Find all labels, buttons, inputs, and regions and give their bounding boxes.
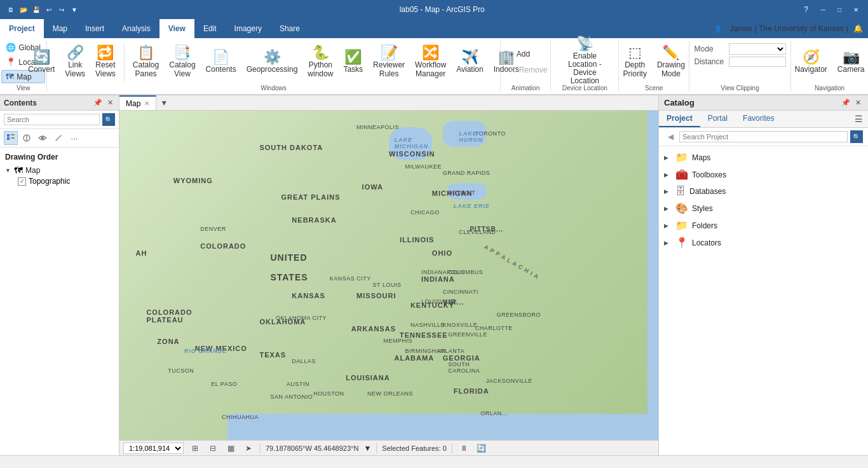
topographic-tree-item[interactable]: Topographic xyxy=(0,177,119,186)
catalog-item-locators[interactable]: ▶ 📍 Locators xyxy=(659,234,868,251)
ribbon: Project Map Insert Analysis View Edit Im… xyxy=(0,19,868,95)
tab-view[interactable]: View xyxy=(159,19,194,38)
svg-rect-3 xyxy=(11,137,15,139)
link-views-btn[interactable]: 🔗 LinkViews xyxy=(61,42,89,83)
catalog-search-input[interactable] xyxy=(679,131,848,142)
pin-btn[interactable]: 📌 xyxy=(92,98,104,107)
geoprocessing-icon: ⚙️ xyxy=(264,50,281,64)
tasks-btn[interactable]: ✅ Tasks xyxy=(339,42,367,83)
map-container[interactable]: SOUTH DAKOTA WYOMING GREAT PLAINS NEBRAS… xyxy=(119,111,658,440)
distance-input[interactable] xyxy=(729,57,786,67)
depth-priority-btn[interactable]: ⬚ DepthPriority xyxy=(620,42,651,83)
catalog-panes-btn[interactable]: 📋 CatalogPanes xyxy=(129,42,163,83)
arrow-btn[interactable]: ➤ xyxy=(242,442,255,455)
link-buttons: 🔄 Convert 🔗 LinkViews 🔁 ResetViews 📋 xyxy=(24,41,523,83)
navigator-btn[interactable]: 🧭 Navigator xyxy=(790,42,831,83)
map-terrain xyxy=(119,111,658,440)
spatial-ref-btn[interactable]: ⊞ xyxy=(189,442,201,455)
notification-btn[interactable]: 🔔 xyxy=(853,24,863,33)
close-contents-btn[interactable]: ✕ xyxy=(105,98,115,107)
aviation-btn[interactable]: ✈️ Aviation xyxy=(452,42,487,83)
camera-btn[interactable]: 📷 Camera xyxy=(834,42,868,83)
map-tree-label: Map xyxy=(25,166,40,175)
close-catalog-btn[interactable]: ✕ xyxy=(853,98,863,107)
minimize-btn[interactable]: ─ xyxy=(816,3,830,17)
catalog-tab-project[interactable]: Project xyxy=(659,111,700,127)
tab-edit[interactable]: Edit xyxy=(194,19,226,38)
convert-btn[interactable]: 🔄 Convert xyxy=(24,42,58,83)
topographic-checkbox[interactable] xyxy=(18,177,26,186)
tab-map[interactable]: Map xyxy=(44,19,76,38)
catalog-panes-icon: 📋 xyxy=(137,46,154,60)
map-tab[interactable]: Map ✕ xyxy=(119,95,156,110)
grid-btn[interactable]: ⊟ xyxy=(207,442,219,455)
catalog-menu-btn[interactable]: ☰ xyxy=(850,111,868,127)
catalog-back-btn[interactable]: ◀ xyxy=(664,130,677,143)
refresh-btn[interactable]: 🔄 xyxy=(475,442,488,455)
pause-btn[interactable]: ⏸ xyxy=(458,442,470,455)
link-group: 🔄 Convert 🔗 LinkViews 🔁 ResetViews 📋 xyxy=(47,41,500,92)
contents-btn[interactable]: 📄 Contents xyxy=(202,42,240,83)
geoprocessing-btn[interactable]: ⚙️ Geoprocessing xyxy=(243,42,302,83)
close-map-tab[interactable]: ✕ xyxy=(144,100,149,107)
search-button[interactable]: 🔍 xyxy=(102,113,115,126)
catalog-pin-btn[interactable]: 📌 xyxy=(839,98,852,107)
redo-btn[interactable]: ↪ xyxy=(56,4,67,15)
catalog-item-databases[interactable]: ▶ 🗄 Databases xyxy=(659,183,868,200)
scale-select[interactable]: 1:19,081,914 xyxy=(123,443,184,454)
list-drawing-order-btn[interactable] xyxy=(4,131,18,145)
enable-location-label: Enable Location -Device Location xyxy=(559,52,611,86)
catalog-header-buttons: 📌 ✕ xyxy=(839,98,863,107)
list-editing-btn[interactable] xyxy=(51,131,65,145)
python-window-btn[interactable]: 🐍 Pythonwindow xyxy=(304,42,337,83)
undo-btn[interactable]: ↩ xyxy=(43,4,55,15)
catalog-tab-favorites[interactable]: Favorites xyxy=(735,111,782,127)
catalog-item-folders[interactable]: ▶ 📁 Folders xyxy=(659,217,868,234)
reviewer-rules-btn[interactable]: 📝 ReviewerRules xyxy=(369,42,409,83)
enable-location-btn[interactable]: 📡 Enable Location -Device Location xyxy=(555,41,614,81)
add-icon: + xyxy=(509,49,514,59)
location-icon: 📡 xyxy=(576,37,593,51)
catalog-search-button[interactable]: 🔍 xyxy=(850,130,863,143)
maximize-btn[interactable]: □ xyxy=(832,3,846,17)
more-options-btn[interactable]: ··· xyxy=(67,131,81,145)
svg-rect-2 xyxy=(11,134,15,135)
remove-btn[interactable]: ✕ Remove xyxy=(505,63,547,77)
mode-select[interactable] xyxy=(729,43,786,55)
map-tree-item[interactable]: ▼ 🗺 Map xyxy=(0,164,119,177)
reset-views-btn[interactable]: 🔁 ResetViews xyxy=(92,42,119,83)
catalog-item-toolboxes[interactable]: ▶ 🧰 Toolboxes xyxy=(659,166,868,183)
new-btn[interactable]: 🗎 xyxy=(5,4,17,15)
catalog-view-btn[interactable]: 📑 CatalogView xyxy=(165,42,199,83)
tab-project[interactable]: Project xyxy=(0,19,44,38)
list-source-btn[interactable] xyxy=(20,131,34,145)
catalog-panes-label: CatalogPanes xyxy=(133,61,159,78)
save-btn[interactable]: 💾 xyxy=(31,4,42,15)
close-btn[interactable]: ✕ xyxy=(849,3,863,17)
folders-label: Folders xyxy=(692,221,717,230)
workflow-manager-btn[interactable]: 🔀 WorkflowManager xyxy=(411,42,450,83)
locators-arrow: ▶ xyxy=(664,240,672,246)
tab-insert[interactable]: Insert xyxy=(76,19,113,38)
tab-analysis[interactable]: Analysis xyxy=(113,19,159,38)
search-input[interactable] xyxy=(4,114,100,125)
user-info[interactable]: 👤 James ( The University of Kansas ) 🔔 xyxy=(712,19,868,38)
coord-dropdown[interactable]: ▼ xyxy=(363,444,371,453)
catalog-item-maps[interactable]: ▶ 📁 Maps xyxy=(659,149,868,166)
layout-btn[interactable]: ▦ xyxy=(224,442,237,455)
catalog-item-styles[interactable]: ▶ 🎨 Styles xyxy=(659,200,868,217)
open-btn[interactable]: 📂 xyxy=(18,4,29,15)
tab-share[interactable]: Share xyxy=(271,19,309,38)
list-visibility-btn[interactable] xyxy=(36,131,50,145)
add-btn[interactable]: + Add xyxy=(505,47,547,61)
tab-imagery[interactable]: Imagery xyxy=(226,19,271,38)
contents-title: Contents xyxy=(4,99,37,107)
drawing-mode-btn[interactable]: ✏️ DrawingMode xyxy=(653,42,689,83)
map-tab-area-dropdown[interactable]: ▼ xyxy=(156,99,172,107)
catalog-tab-portal[interactable]: Portal xyxy=(700,111,735,127)
camera-label: Camera xyxy=(837,65,865,74)
map-bottombar: 1:19,081,914 ⊞ ⊟ ▦ ➤ 79.1878065°W 45.464… xyxy=(119,440,658,455)
dropdown-btn[interactable]: ▼ xyxy=(69,4,80,15)
help-btn[interactable]: ? xyxy=(804,5,808,14)
toolboxes-icon: 🧰 xyxy=(675,169,688,181)
